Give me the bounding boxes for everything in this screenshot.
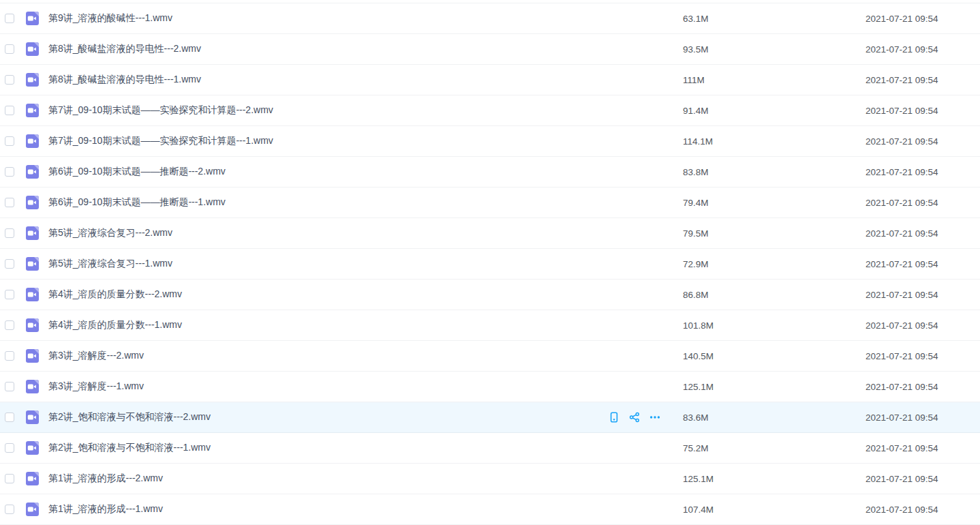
- file-date: 2021-07-21 09:54: [866, 95, 938, 125]
- file-name[interactable]: 第8讲_酸碱盐溶液的导电性---1.wmv: [48, 74, 201, 86]
- file-name[interactable]: 第9讲_溶液的酸碱性---1.wmv: [48, 12, 172, 25]
- file-size: 79.4M: [683, 188, 709, 217]
- row-checkbox[interactable]: [5, 351, 14, 361]
- file-date: 2021-07-21 09:54: [866, 34, 938, 64]
- file-name[interactable]: 第5讲_溶液综合复习---2.wmv: [48, 227, 172, 239]
- row-checkbox[interactable]: [5, 106, 14, 115]
- file-name[interactable]: 第2讲_饱和溶液与不饱和溶液---1.wmv: [48, 442, 211, 454]
- more-actions-icon: [649, 412, 660, 423]
- row-checkbox[interactable]: [5, 75, 14, 85]
- share-icon: [629, 412, 640, 423]
- table-row[interactable]: 第3讲_溶解度---1.wmv 125.1M 2021-07-21 09:54: [0, 372, 980, 402]
- table-row[interactable]: 第8讲_酸碱盐溶液的导电性---1.wmv 111M 2021-07-21 09…: [0, 65, 980, 95]
- row-checkbox[interactable]: [5, 474, 14, 483]
- table-row[interactable]: 第9讲_溶液的酸碱性---1.wmv 63.1M 2021-07-21 09:5…: [0, 3, 980, 34]
- file-size: 83.8M: [683, 157, 709, 187]
- video-file-icon: [25, 410, 40, 425]
- file-date: 2021-07-21 09:54: [866, 188, 938, 217]
- table-row[interactable]: 第5讲_溶液综合复习---2.wmv 79.5M 2021-07-21 09:5…: [0, 218, 980, 249]
- row-actions: [609, 402, 660, 432]
- video-file-icon: [25, 72, 40, 87]
- row-checkbox[interactable]: [5, 505, 14, 514]
- video-file-icon: [25, 256, 40, 271]
- video-file-icon: [25, 134, 40, 149]
- row-checkbox[interactable]: [5, 136, 14, 146]
- table-row[interactable]: 第6讲_09-10期末试题——推断题---1.wmv 79.4M 2021-07…: [0, 188, 980, 218]
- row-checkbox[interactable]: [5, 412, 14, 422]
- table-row[interactable]: 第2讲_饱和溶液与不饱和溶液---2.wmv: [0, 402, 980, 433]
- row-checkbox[interactable]: [5, 443, 14, 453]
- file-name[interactable]: 第6讲_09-10期末试题——推断题---1.wmv: [48, 196, 226, 209]
- file-name[interactable]: 第3讲_溶解度---1.wmv: [48, 380, 144, 393]
- table-row[interactable]: 第3讲_溶解度---2.wmv 140.5M 2021-07-21 09:54: [0, 341, 980, 372]
- table-row[interactable]: 第5讲_溶液综合复习---1.wmv 72.9M 2021-07-21 09:5…: [0, 249, 980, 280]
- file-size: 125.1M: [683, 464, 714, 494]
- file-name[interactable]: 第1讲_溶液的形成---2.wmv: [48, 472, 163, 485]
- table-row[interactable]: 第4讲_溶质的质量分数---1.wmv 101.8M 2021-07-21 09…: [0, 310, 980, 341]
- file-name[interactable]: 第5讲_溶液综合复习---1.wmv: [48, 258, 172, 270]
- file-date: 2021-07-21 09:54: [866, 218, 938, 248]
- file-date: 2021-07-21 09:54: [866, 157, 938, 187]
- file-name[interactable]: 第6讲_09-10期末试题——推断题---2.wmv: [48, 166, 226, 178]
- file-size: 125.1M: [683, 372, 714, 402]
- file-date: 2021-07-21 09:54: [866, 494, 938, 524]
- row-checkbox[interactable]: [5, 382, 14, 391]
- video-file-icon: [25, 379, 40, 394]
- video-file-icon: [25, 471, 40, 486]
- video-file-icon: [25, 502, 40, 517]
- row-checkbox[interactable]: [5, 14, 14, 23]
- table-row[interactable]: 第2讲_饱和溶液与不饱和溶液---1.wmv 75.2M 2021-07-21 …: [0, 433, 980, 464]
- table-row[interactable]: 第7讲_09-10期末试题——实验探究和计算题---1.wmv 114.1M 2…: [0, 126, 980, 157]
- video-file-icon: [25, 42, 40, 57]
- video-file-icon: [25, 348, 40, 363]
- file-name[interactable]: 第4讲_溶质的质量分数---2.wmv: [48, 288, 182, 301]
- row-checkbox[interactable]: [5, 44, 14, 54]
- file-date: 2021-07-21 09:54: [866, 249, 938, 279]
- table-row[interactable]: 第4讲_溶质的质量分数---2.wmv 86.8M 2021-07-21 09:…: [0, 280, 980, 310]
- video-file-icon: [25, 103, 40, 118]
- file-size: 101.8M: [683, 310, 714, 340]
- file-size: 83.6M: [683, 402, 709, 432]
- video-file-icon: [25, 164, 40, 179]
- file-size: 114.1M: [683, 126, 713, 156]
- file-date: 2021-07-21 09:54: [866, 402, 938, 432]
- row-checkbox[interactable]: [5, 320, 14, 330]
- row-checkbox[interactable]: [5, 167, 14, 177]
- file-date: 2021-07-21 09:54: [866, 3, 938, 33]
- file-name[interactable]: 第4讲_溶质的质量分数---1.wmv: [48, 319, 182, 331]
- share-button[interactable]: [629, 412, 640, 423]
- file-size: 107.4M: [683, 494, 714, 524]
- file-name[interactable]: 第3讲_溶解度---2.wmv: [48, 350, 144, 362]
- file-date: 2021-07-21 09:54: [866, 464, 938, 494]
- file-date: 2021-07-21 09:54: [866, 310, 938, 340]
- send-to-phone-icon: [609, 412, 619, 423]
- file-name[interactable]: 第1讲_溶液的形成---1.wmv: [48, 503, 163, 515]
- file-name[interactable]: 第7讲_09-10期末试题——实验探究和计算题---2.wmv: [48, 104, 273, 117]
- file-name[interactable]: 第7讲_09-10期末试题——实验探究和计算题---1.wmv: [48, 135, 273, 147]
- file-date: 2021-07-21 09:54: [866, 341, 938, 371]
- file-name[interactable]: 第8讲_酸碱盐溶液的导电性---2.wmv: [48, 43, 201, 55]
- row-checkbox[interactable]: [5, 228, 14, 238]
- table-row[interactable]: 第7讲_09-10期末试题——实验探究和计算题---2.wmv 91.4M 20…: [0, 95, 980, 126]
- table-row[interactable]: 第1讲_溶液的形成---1.wmv 107.4M 2021-07-21 09:5…: [0, 494, 980, 525]
- video-file-icon: [25, 11, 40, 26]
- video-file-icon: [25, 318, 40, 333]
- table-row[interactable]: 第8讲_酸碱盐溶液的导电性---2.wmv 93.5M 2021-07-21 0…: [0, 34, 980, 65]
- table-row[interactable]: 第6讲_09-10期末试题——推断题---2.wmv 83.8M 2021-07…: [0, 157, 980, 188]
- row-checkbox[interactable]: [5, 290, 14, 299]
- file-date: 2021-07-21 09:54: [866, 433, 938, 463]
- send-to-phone-button[interactable]: [609, 412, 619, 423]
- table-row[interactable]: 第1讲_溶液的形成---2.wmv 125.1M 2021-07-21 09:5…: [0, 464, 980, 494]
- more-actions-button[interactable]: [649, 412, 660, 423]
- file-name[interactable]: 第2讲_饱和溶液与不饱和溶液---2.wmv: [48, 411, 211, 423]
- file-size: 111M: [683, 65, 705, 95]
- file-date: 2021-07-21 09:54: [866, 372, 938, 402]
- file-size: 86.8M: [683, 280, 709, 310]
- row-checkbox[interactable]: [5, 259, 14, 269]
- file-size: 63.1M: [683, 3, 709, 33]
- file-list: 第9讲_溶液的酸碱性---1.wmv 63.1M 2021-07-21 09:5…: [0, 3, 980, 525]
- file-size: 79.5M: [683, 218, 709, 248]
- video-file-icon: [25, 287, 40, 302]
- row-checkbox[interactable]: [5, 198, 14, 207]
- file-size: 93.5M: [683, 34, 709, 64]
